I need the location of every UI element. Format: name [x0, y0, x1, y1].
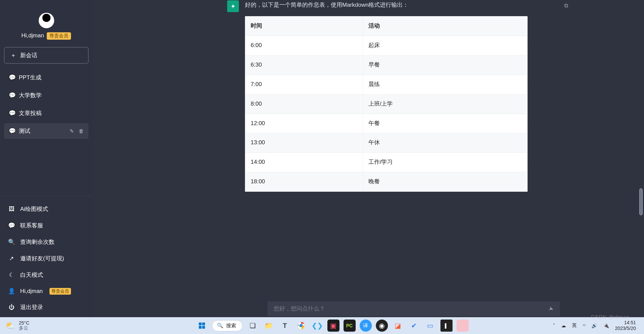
- menu-search[interactable]: 🔍查询剩余次数: [2, 234, 91, 250]
- scrollbar[interactable]: [638, 0, 643, 306]
- search-icon: 🔍: [217, 323, 223, 329]
- svg-rect-0: [199, 323, 201, 325]
- battery-icon[interactable]: 🔌: [603, 323, 609, 328]
- obs-icon[interactable]: ◉: [376, 320, 388, 332]
- menu-label: 查询剩余次数: [20, 238, 55, 246]
- app-icon-2[interactable]: ◪: [392, 320, 404, 332]
- new-chat-button[interactable]: ＋ 新会话: [4, 47, 88, 64]
- session-item[interactable]: 💬文章投稿: [4, 105, 88, 121]
- todo-icon[interactable]: ✔: [408, 320, 420, 332]
- menu-label: 退出登录: [20, 303, 43, 311]
- tray-chevron-icon[interactable]: ˄: [553, 323, 555, 328]
- copy-icon[interactable]: ⧉: [564, 1, 568, 10]
- plus-icon: ＋: [10, 51, 16, 59]
- wechat-icon: 💬: [8, 222, 15, 229]
- session-item[interactable]: 💬PPT生成: [4, 70, 88, 85]
- menu-wechat[interactable]: 💬联系客服: [2, 217, 91, 234]
- ime-indicator[interactable]: 英: [572, 323, 577, 329]
- menu-label: Hi,djman: [20, 288, 43, 295]
- table-row: 14:00工作/学习: [245, 153, 528, 172]
- moon-icon: ☾: [8, 271, 15, 279]
- table-cell: 14:00: [245, 153, 363, 172]
- session-item[interactable]: 💬测试✎🗑: [4, 123, 88, 139]
- table-cell: 18:00: [245, 172, 363, 192]
- table-row: 6:30早餐: [245, 55, 528, 75]
- app-icon-1[interactable]: ▣: [327, 320, 339, 332]
- pycharm-icon[interactable]: PC: [344, 320, 356, 332]
- volume-icon[interactable]: 🔊: [592, 323, 597, 328]
- start-button[interactable]: [196, 320, 208, 332]
- weather-text: 多云: [19, 326, 29, 331]
- session-item[interactable]: 💬大学数学: [4, 87, 88, 103]
- taskbar: ⛅ 25°C 多云 🔍 搜索 ❏ 📁 T ❮❯ ▣ PC 译 ◉ ◪ ✔ ▭ ▌…: [0, 317, 644, 334]
- table-header: 活动: [363, 16, 527, 36]
- table-row: 7:00晨练: [245, 75, 528, 94]
- wifi-icon[interactable]: ⌔: [583, 323, 585, 328]
- chat-icon: 💬: [9, 110, 15, 117]
- table-row: 13:00午休: [245, 133, 528, 153]
- temperature: 25°C: [19, 321, 29, 326]
- vscode-icon[interactable]: ❮❯: [311, 320, 323, 332]
- vip-badge: 尊贵会员: [49, 288, 71, 295]
- delete-icon[interactable]: 🗑: [79, 128, 84, 134]
- onedrive-icon[interactable]: ☁: [561, 323, 566, 328]
- table-cell: 13:00: [245, 133, 363, 153]
- text-app-icon[interactable]: T: [279, 320, 291, 332]
- menu-user[interactable]: 👤Hi,djman 尊贵会员: [2, 283, 91, 299]
- taskbar-search[interactable]: 🔍 搜索: [212, 320, 243, 331]
- greeting: Hi,djman: [22, 32, 44, 39]
- date: 2023/5/20: [615, 326, 636, 331]
- chat-panel: ✦ arr[j] = arr[j + 1]; arr[j + 1] = temp…: [93, 0, 644, 323]
- session-label: 文章投稿: [19, 109, 42, 117]
- table-cell: 晚餐: [363, 172, 527, 192]
- table-row: 18:00晚餐: [245, 172, 528, 192]
- table-cell: 8:00: [245, 94, 363, 114]
- table-cell: 午休: [363, 133, 527, 153]
- table-cell: 12:00: [245, 114, 363, 133]
- clock[interactable]: 14:51 2023/5/20: [615, 320, 636, 331]
- chat-icon: 💬: [9, 127, 15, 135]
- edit-icon[interactable]: ✎: [70, 128, 74, 134]
- image-icon: 🖼: [8, 206, 15, 213]
- session-label: 测试: [19, 127, 30, 135]
- menu-image[interactable]: 🖼Ai绘图模式: [2, 201, 91, 217]
- table-cell: 工作/学习: [363, 153, 527, 172]
- chat-icon: 💬: [9, 74, 15, 81]
- terminal-icon[interactable]: ▌: [440, 320, 453, 332]
- table-cell: 起床: [363, 36, 527, 55]
- menu-label: 联系客服: [20, 222, 43, 229]
- menu-label: 白天模式: [20, 271, 43, 279]
- table-row: 12:00午餐: [245, 114, 528, 133]
- menu-power[interactable]: ⏻退出登录: [2, 299, 91, 316]
- explorer-icon[interactable]: 📁: [263, 320, 275, 332]
- chrome-icon[interactable]: [295, 320, 307, 332]
- svg-rect-3: [202, 326, 205, 329]
- menu-share[interactable]: ↗邀请好友(可提现): [2, 250, 91, 267]
- table-cell: 晨练: [363, 75, 527, 94]
- input-bar: ➤: [267, 301, 560, 316]
- ai-text: 好的，以下是一个简单的作息表，使用Markdown格式进行输出：: [245, 2, 408, 8]
- user-icon: 👤: [8, 288, 15, 295]
- session-label: PPT生成: [19, 74, 41, 81]
- svg-rect-2: [199, 326, 201, 329]
- taskview-icon[interactable]: ❏: [247, 320, 259, 332]
- app-icon-3[interactable]: ▭: [424, 320, 436, 332]
- svg-rect-1: [202, 323, 205, 325]
- session-label: 大学数学: [19, 91, 42, 99]
- share-icon: ↗: [8, 255, 15, 262]
- chat-input[interactable]: [274, 305, 549, 312]
- sidebar: Hi,djman 尊贵会员 ＋ 新会话 💬PPT生成💬大学数学💬文章投稿💬测试✎…: [0, 0, 93, 323]
- chat-icon: 💬: [9, 92, 15, 99]
- table-cell: 7:00: [245, 75, 363, 94]
- table-row: 6:00起床: [245, 36, 528, 55]
- schedule-table: 时间活动6:00起床6:30早餐7:00晨练8:00上班/上学12:00午餐13…: [245, 16, 528, 192]
- table-row: 8:00上班/上学: [245, 94, 528, 114]
- translate-icon[interactable]: 译: [360, 320, 372, 332]
- avatar[interactable]: [39, 13, 54, 28]
- new-chat-label: 新会话: [20, 51, 37, 59]
- app-icon-4[interactable]: [457, 320, 469, 332]
- weather-icon[interactable]: ⛅: [5, 321, 15, 330]
- menu-moon[interactable]: ☾白天模式: [2, 267, 91, 283]
- table-cell: 早餐: [363, 55, 527, 75]
- menu-label: Ai绘图模式: [20, 205, 48, 213]
